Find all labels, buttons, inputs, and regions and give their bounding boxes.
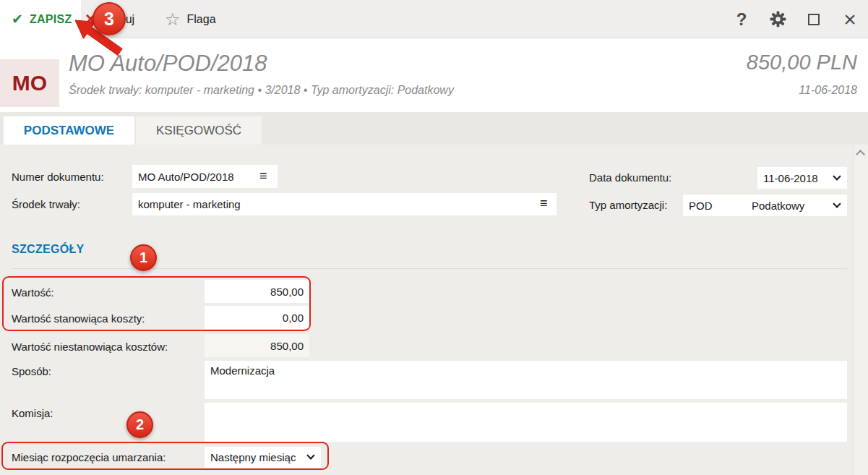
wartosc-koszty-label: Wartość stanowiąca koszty: (12, 312, 145, 325)
window-controls: ? × (723, 0, 868, 38)
tab-bar: PODSTAWOWE KSIĘGOWOŚĆ (0, 112, 868, 145)
maximize-icon[interactable] (796, 0, 832, 38)
komisja-textarea[interactable] (205, 403, 847, 442)
form-content: Numer dokumentu: ≡ Środek trwały: ≡ Data… (0, 145, 868, 475)
scroll-up-icon[interactable] (856, 150, 865, 159)
help-icon[interactable]: ? (723, 0, 760, 38)
data-dokumentu-value: 11-06-2018 (763, 172, 818, 184)
wartosc-niekoszty-field: 850,00 (205, 334, 309, 357)
tab-ksiegowosc[interactable]: KSIĘGOWOŚĆ (136, 116, 262, 145)
close-icon[interactable]: × (832, 0, 868, 38)
sposob-textarea[interactable]: Modernizacja (205, 361, 847, 399)
wartosc-label: Wartość: (12, 286, 54, 299)
menu-icon[interactable]: ≡ (540, 196, 548, 211)
document-header: MO MO Auto/POD/2018 Środek trwały: kompu… (0, 39, 868, 112)
menu-icon[interactable]: ≡ (259, 168, 267, 184)
cancel-button-label: Anuluj (103, 13, 134, 26)
miesiac-value: Następny miesiąc (210, 451, 296, 463)
wartosc-input[interactable] (205, 280, 309, 303)
wartosc-niekoszty-label: Wartość niestanowiąca kosztów: (12, 341, 168, 353)
data-dokumentu-select[interactable]: 11-06-2018 (757, 167, 847, 189)
typ-amortyzacji-value: Podatkowy (752, 200, 804, 212)
vertical-scrollbar[interactable] (853, 145, 868, 475)
chevron-down-icon (833, 172, 841, 180)
annotation-circle-1: 1 (130, 244, 157, 271)
numer-dokumentu-input[interactable] (132, 165, 278, 188)
document-window: ✔ ZAPISZ × Anuluj ☆ Flaga ? (0, 0, 868, 475)
typ-amortyzacji-label: Typ amortyzacji: (589, 199, 667, 211)
wartosc-koszty-input[interactable] (205, 306, 309, 329)
flag-button[interactable]: ☆ Flaga (165, 0, 216, 38)
check-icon: ✔ (12, 11, 23, 27)
tab-podstawowe[interactable]: PODSTAWOWE (4, 116, 134, 145)
miesiac-select[interactable]: Następny miesiąc (205, 447, 321, 468)
save-button-label: ZAPISZ (30, 13, 72, 26)
toolbar: ✔ ZAPISZ × Anuluj ☆ Flaga ? (0, 0, 868, 38)
maximize-box (808, 14, 820, 25)
chevron-down-icon (833, 200, 841, 207)
document-title: MO Auto/POD/2018 (69, 51, 267, 77)
sposob-label: Sposób: (12, 365, 51, 377)
data-dokumentu-label: Data dokumentu: (589, 171, 671, 184)
document-date: 11-06-2018 (799, 84, 857, 97)
typ-amortyzacji-code: POD (689, 200, 713, 212)
cancel-x-icon: × (85, 10, 96, 28)
numer-dokumentu-label: Numer dokumentu: (12, 171, 104, 183)
document-subtitle: Środek trwały: komputer - marketing • 3/… (69, 84, 454, 97)
document-type-badge: MO (0, 59, 59, 107)
komisja-label: Komisja: (12, 407, 53, 419)
section-divider (12, 268, 847, 269)
chevron-down-icon (306, 451, 314, 459)
cancel-button[interactable]: × Anuluj (85, 0, 134, 38)
star-icon: ☆ (165, 11, 181, 28)
srodek-trwaly-label: Środek trwały: (12, 198, 80, 210)
save-button[interactable]: ✔ ZAPISZ (0, 0, 81, 38)
miesiac-label: Miesiąc rozpoczęcia umarzania: (12, 451, 166, 463)
annotation-circle-2: 2 (126, 411, 153, 438)
srodek-trwaly-input[interactable] (132, 193, 557, 215)
section-title-szczegoly: SZCZEGÓŁY (12, 243, 84, 256)
flag-button-label: Flaga (187, 13, 216, 26)
document-amount: 850,00 PLN (747, 51, 857, 74)
gear-icon[interactable] (760, 0, 796, 38)
typ-amortyzacji-select[interactable]: POD Podatkowy (683, 194, 847, 216)
